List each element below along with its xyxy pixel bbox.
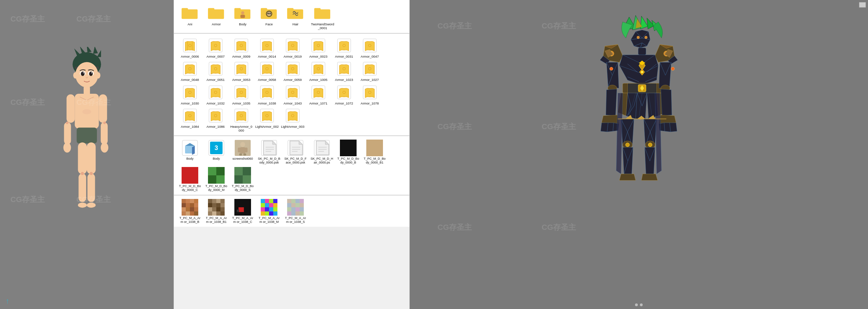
- file-heavyarmor-0000[interactable]: HeavyArmor_0000: [229, 107, 253, 133]
- file-tex-armor-s[interactable]: T_PC_M_A_Arm or_1038_S: [284, 199, 307, 224]
- svg-rect-24: [77, 128, 97, 144]
- file-armor-0047[interactable]: Armor_0047: [358, 37, 382, 58]
- file-sk-body-psk[interactable]: SK_PC_M_D_Body_0000.psk: [257, 140, 281, 165]
- file-armor-0031[interactable]: Armor_0031: [332, 37, 356, 58]
- file-armor-1043[interactable]: Armor_1043: [281, 84, 304, 105]
- svg-rect-56: [287, 8, 293, 10]
- armor-1027-icon: [361, 60, 378, 77]
- tex-armor-m-label: T_PC_M_A_Arm or_1038_M: [257, 216, 281, 224]
- file-armor-1030[interactable]: Armor_1030: [178, 84, 202, 105]
- svg-rect-26: [64, 122, 71, 144]
- svg-rect-222: [295, 207, 300, 211]
- file-lightarmor-003[interactable]: LightArmor_003: [281, 107, 304, 133]
- tex-armor-b-label: T_PC_M_A_Arm or_1038_B: [178, 216, 202, 224]
- file-armor-0014[interactable]: Armor_0014: [255, 37, 279, 58]
- armor-1005-label: Armor_1005: [309, 78, 327, 82]
- file-tex-body-b[interactable]: T_PC_M_D_Body_0000_B: [336, 140, 360, 165]
- svg-rect-150: [366, 140, 383, 156]
- armor-1071-icon: [310, 84, 327, 101]
- file-tex-body-m[interactable]: T_PC_M_D_Body_0000_M: [205, 167, 228, 192]
- file-armor-0007[interactable]: Armor_0007: [204, 37, 227, 58]
- svg-rect-195: [237, 210, 239, 212]
- file-body-obj[interactable]: Body: [178, 140, 202, 165]
- file-armor-0053[interactable]: Armor_0053: [229, 60, 253, 82]
- folder-ani[interactable]: Ani: [178, 5, 202, 30]
- file-armor-0048[interactable]: Armor_0048: [178, 60, 202, 82]
- folder-hair[interactable]: Hair: [284, 5, 307, 30]
- file-armor-1086[interactable]: Armor_1086: [204, 107, 227, 133]
- svg-rect-170: [186, 207, 190, 211]
- tex-armor-c-label: T_PC_M_A_Arm or_1038_C: [231, 216, 254, 224]
- svg-rect-218: [295, 203, 300, 207]
- sk-hair-ps-label: SK_PC_M_D_Hair_0000.ps: [310, 157, 334, 165]
- svg-rect-31: [78, 142, 87, 174]
- file-armor-1078[interactable]: Armor_1078: [358, 84, 382, 105]
- svg-point-125: [240, 142, 245, 147]
- svg-marker-3: [87, 47, 92, 52]
- folder-armor[interactable]: Armor: [205, 5, 228, 30]
- svg-rect-214: [295, 199, 300, 203]
- armor-1086-icon: [207, 107, 224, 124]
- file-armor-1084[interactable]: Armor_1084: [178, 107, 202, 133]
- svg-rect-180: [220, 199, 225, 203]
- svg-rect-185: [208, 207, 212, 211]
- file-armor-1032[interactable]: Armor_1032: [204, 84, 227, 105]
- file-tex-armor-b[interactable]: T_PC_M_A_Arm or_1038_B: [178, 199, 202, 224]
- file-armor-0051[interactable]: Armor_0051: [204, 60, 227, 82]
- file-tex-armor-m[interactable]: T_PC_M_A_Arm or_1038_M: [257, 199, 281, 224]
- lightarmor-003-label: LightArmor_003: [281, 125, 304, 128]
- folder-twohandsword[interactable]: TwoHandSword_0001: [310, 5, 335, 30]
- file-tex-body-s[interactable]: T_PC_M_D_Body_0000_S: [231, 167, 254, 192]
- svg-rect-175: [190, 211, 194, 216]
- armor-0019-icon: [284, 37, 301, 54]
- file-armor-0023[interactable]: Armor_0023: [307, 37, 330, 58]
- file-sk-hair-ps[interactable]: SK_PC_M_D_Hair_0000.ps: [310, 140, 334, 165]
- file-sk-face-psk[interactable]: SK_PC_M_D_Face_0000.psk: [284, 140, 307, 165]
- file-tex-armor-b1[interactable]: T_PC_M_A_Arm or_1038_B1: [205, 199, 228, 224]
- svg-rect-202: [269, 203, 273, 207]
- svg-rect-25: [67, 94, 75, 123]
- file-armor-1027[interactable]: Armor_1027: [358, 60, 382, 82]
- svg-rect-28: [99, 94, 107, 123]
- svg-rect-172: [194, 207, 198, 211]
- file-armor-0006[interactable]: Armor_0006: [178, 37, 202, 58]
- svg-rect-182: [212, 203, 216, 207]
- svg-rect-153: [216, 167, 225, 175]
- svg-rect-210: [269, 211, 273, 216]
- file-tex-armor-c[interactable]: T_PC_M_A_Arm or_1038_C: [231, 199, 254, 224]
- svg-rect-57: [314, 9, 330, 19]
- file-armor-0009[interactable]: Armor_0009: [229, 37, 253, 58]
- file-armor-0019[interactable]: Armor_0019: [281, 37, 304, 58]
- armor-1084-label: Armor_1084: [181, 125, 199, 128]
- file-armor-0059[interactable]: Armor_0059: [281, 60, 304, 82]
- svg-rect-216: [287, 203, 291, 207]
- file-screenshot060[interactable]: screenshot060: [231, 140, 254, 165]
- tex-body-c-label: T_PC_M_D_Body_0000_C: [178, 184, 202, 192]
- file-lightarmor-002[interactable]: LightArmor_002: [255, 107, 279, 133]
- folder-ani-label: Ani: [187, 22, 192, 26]
- svg-point-14: [83, 72, 84, 73]
- svg-marker-5: [97, 50, 101, 57]
- body-max-icon: 3: [208, 140, 225, 156]
- file-body-max[interactable]: 3 Body: [205, 140, 228, 165]
- svg-rect-163: [190, 199, 194, 203]
- file-tex-body-c[interactable]: T_PC_M_D_Body_0000_C: [178, 167, 202, 192]
- file-armor-1072[interactable]: Armor_1072: [332, 84, 356, 105]
- texture-files-section: Body 3 Body: [174, 136, 409, 195]
- svg-marker-266: [626, 93, 637, 119]
- svg-rect-43: [208, 9, 224, 19]
- armor-1032-label: Armor_1032: [207, 101, 225, 105]
- file-armor-1005[interactable]: Armor_1005: [307, 60, 330, 82]
- corner-button[interactable]: [859, 2, 866, 8]
- armor-1023-label: Armor_1023: [335, 78, 353, 82]
- file-armor-1038[interactable]: Armor_1038: [255, 84, 279, 105]
- watermark-3: CG存圣主: [10, 97, 45, 108]
- file-armor-1071[interactable]: Armor_1071: [307, 84, 330, 105]
- folder-face[interactable]: Face: [257, 5, 281, 30]
- file-tex-body-b1[interactable]: T_PC_M_D_Body_0000_B1: [363, 140, 386, 165]
- file-armor-1035[interactable]: Armor_1035: [229, 84, 253, 105]
- file-armor-1023[interactable]: Armor_1023: [332, 60, 356, 82]
- file-armor-0058[interactable]: Armor_0058: [255, 60, 279, 82]
- svg-point-333: [610, 67, 613, 70]
- folder-body[interactable]: Body: [231, 5, 254, 30]
